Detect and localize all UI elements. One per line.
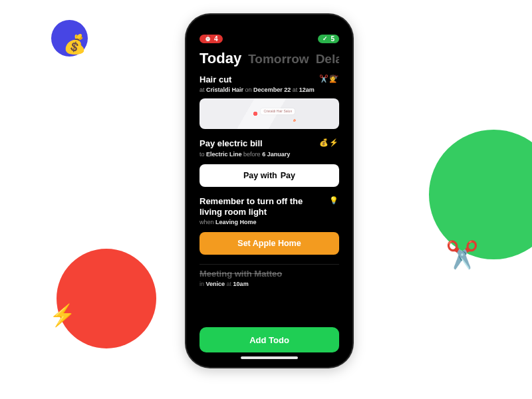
day-tabs: Today Tomorrow Delayed xyxy=(192,46,347,74)
bg-circle-red xyxy=(57,249,156,348)
todo-subtitle: when Leaving Home xyxy=(200,219,339,225)
tab-tomorrow[interactable]: Tomorrow xyxy=(248,52,309,66)
todo-title: Meeting with Matteo xyxy=(200,269,282,279)
todo-title: Pay electric bill xyxy=(200,138,263,149)
todo-list[interactable]: Hair cut ✂️💇 at Cristaldi Hair on Decemb… xyxy=(192,74,347,321)
tab-today[interactable]: Today xyxy=(200,50,241,67)
todo-meeting-completed[interactable]: Meeting with Matteo in Venice at 10am xyxy=(200,269,339,287)
pay-prefix: Pay with xyxy=(243,171,277,180)
todo-title: Hair cut xyxy=(200,74,231,85)
done-badge[interactable]: ✓ 5 xyxy=(318,35,339,43)
bg-circle-green xyxy=(429,130,532,259)
scissors-icon: ✂️ xyxy=(446,239,479,271)
todo-light[interactable]: Remember to turn off the living room lig… xyxy=(200,196,339,255)
divider xyxy=(200,264,339,265)
todo-bill[interactable]: Pay electric bill 💰⚡ to Electric Line be… xyxy=(200,138,339,186)
app-screen: ⏰ 4 ✓ 5 Today Tomorrow Delayed Hair cut … xyxy=(192,20,347,362)
map-preview[interactable]: Cristaldi Hair Salon xyxy=(200,98,339,129)
todo-title: Remember to turn off the living room lig… xyxy=(200,196,313,218)
pay-with-apple-pay-button[interactable]: Pay with Pay xyxy=(200,164,339,187)
apple-pay-logo: Pay xyxy=(280,171,295,180)
map-pin-label: Cristaldi Hair Salon xyxy=(261,108,295,115)
alarm-count: 4 xyxy=(214,35,218,43)
done-count: 5 xyxy=(331,35,334,43)
alarm-badge[interactable]: ⏰ 4 xyxy=(200,35,223,43)
check-icon: ✓ xyxy=(323,36,328,42)
tab-delayed[interactable]: Delayed xyxy=(316,52,339,66)
todo-subtitle: in Venice at 10am xyxy=(200,281,339,287)
todo-subtitle: at Cristaldi Hair on December 22 at 12am xyxy=(200,86,339,93)
moneybag-icon: 💰 xyxy=(63,33,86,55)
set-apple-home-button[interactable]: Set Apple Home xyxy=(200,232,339,255)
add-todo-button[interactable]: Add Todo xyxy=(200,327,339,352)
todo-emoji-icons: ✂️💇 xyxy=(319,74,339,83)
phone-frame: ⏰ 4 ✓ 5 Today Tomorrow Delayed Hair cut … xyxy=(186,15,352,367)
bolt-icon: ⚡ xyxy=(49,303,76,328)
todo-subtitle: to Electric Line before 6 January xyxy=(200,151,339,158)
alarm-icon: ⏰ xyxy=(204,36,211,42)
phone-notch xyxy=(233,20,306,33)
todo-emoji-icons: 💰⚡ xyxy=(319,138,339,147)
home-indicator[interactable] xyxy=(241,356,298,359)
bulb-icon: 💡 xyxy=(329,196,339,205)
todo-haircut[interactable]: Hair cut ✂️💇 at Cristaldi Hair on Decemb… xyxy=(200,74,339,129)
